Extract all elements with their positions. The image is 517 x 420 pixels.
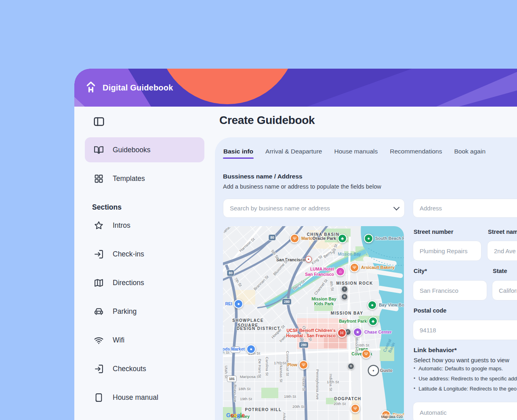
city-input[interactable] — [413, 287, 487, 294]
map-pin[interactable]: B — [348, 363, 356, 370]
app-window: Digital Guidebook Guidebooks — [74, 69, 517, 420]
google-logo: Google — [226, 412, 244, 418]
state-label: State — [493, 268, 507, 274]
sidebar-item-checkouts[interactable]: Checkouts — [85, 361, 204, 377]
poi-pin-icon: ● — [369, 366, 378, 375]
street-name-input[interactable] — [488, 248, 517, 254]
map-icon — [94, 278, 104, 288]
poi-pin-icon: H — [337, 328, 347, 338]
poi-label: REI — [225, 301, 232, 306]
map-pin[interactable]: ● oods Market — [246, 344, 256, 354]
link-behavior-option: Automatic: Defaults to google maps. — [414, 363, 517, 374]
sidebar-item-guidebooks[interactable]: Guidebooks — [85, 137, 204, 162]
tab-recommendations[interactable]: Recommendations — [390, 148, 442, 159]
sidebar-item-label: Guidebooks — [113, 146, 150, 154]
map-pin[interactable]: T — [341, 286, 350, 292]
business-subheading: Add a business name or address to popula… — [223, 183, 381, 190]
map-pin[interactable]: Ψ Arsicault Bakery — [350, 263, 395, 272]
poi-pin-icon: Ψ — [350, 263, 359, 272]
grid-icon — [94, 174, 104, 184]
sidebar-item-label: Templates — [113, 174, 145, 183]
link-behavior-label: Link behavior* — [414, 346, 457, 354]
postal-code-input[interactable] — [413, 327, 517, 334]
poi-label: South Beach Fis — [375, 236, 404, 241]
map-pin[interactable]: ★ Chase Center — [353, 328, 392, 337]
content-panel: Basic info Arrival & Deaparture House ma… — [215, 137, 517, 420]
sidebar-item-check-ins[interactable]: Check-ins — [85, 246, 204, 262]
highway-shield: 280 — [299, 342, 309, 348]
sidebar-item-house-manual[interactable]: House manual — [85, 389, 204, 405]
map-pin[interactable]: ♣ Bayfront Park — [368, 317, 378, 326]
poi-pin-icon: T — [341, 286, 348, 292]
map-pin[interactable]: ● Gusto — [369, 366, 392, 375]
business-search-select[interactable] — [223, 199, 405, 218]
poi-pin-icon: Ψ — [290, 234, 299, 243]
city-label: City* — [414, 268, 427, 274]
sidebar-item-label: Wifi — [113, 336, 124, 344]
poi-label: Arsicault Bakery — [361, 265, 395, 270]
sidebar-item-label: Intros — [113, 221, 130, 230]
wifi-icon — [94, 335, 104, 345]
app-title: Digital Guidebook — [103, 83, 173, 92]
sidebar-item-templates[interactable]: Templates — [85, 166, 204, 191]
map-pin[interactable]: Ψ — [351, 404, 362, 413]
tab-basic-info[interactable]: Basic info — [223, 148, 253, 159]
map-pin[interactable]: ● South Beach Fis — [364, 234, 404, 243]
poi-pin-icon: ● — [364, 234, 373, 243]
sidebar-item-intros[interactable]: Intros — [85, 217, 204, 233]
map-pin[interactable]: Ψ — [361, 349, 373, 359]
sidebar-item-directions[interactable]: Directions — [85, 275, 204, 291]
map-pin[interactable]: B — [341, 294, 350, 300]
map-pin[interactable]: ● REI — [234, 299, 243, 309]
poi-pin-icon: ⌂ — [336, 267, 345, 276]
poi-pin-icon: ● — [246, 344, 256, 354]
main-content: Create Guidebook Basic info Arrival & De… — [215, 107, 517, 420]
map-canvas[interactable]: CHINA BASINMISSION ROCKMISSION BAYSHOWPL… — [223, 226, 404, 420]
state-field[interactable] — [492, 280, 517, 300]
map-pin[interactable]: ⌂ LUMA Hotel San Francisco — [336, 267, 345, 276]
poi-pin-icon: ● — [368, 300, 377, 310]
map-pin[interactable]: ● Bay View Boat C — [368, 300, 404, 310]
sidebar-sections-heading: Sections — [92, 203, 215, 212]
link-behavior-description: Select how you want guests to view — [414, 357, 509, 363]
sidebar-item-parking[interactable]: Parking — [85, 303, 204, 319]
poi-pin-icon: ● — [305, 256, 312, 262]
address-input[interactable] — [413, 205, 517, 212]
poi-pin-icon: ● — [234, 299, 243, 309]
tab-house-manuals[interactable]: House manuals — [334, 148, 378, 159]
link-behavior-select[interactable] — [413, 402, 517, 420]
street-number-label: Street number — [414, 229, 453, 235]
star-icon — [94, 220, 104, 231]
city-field[interactable] — [413, 280, 487, 300]
link-behavior-input[interactable] — [413, 409, 517, 416]
street-number-field[interactable] — [413, 241, 481, 261]
business-heading: Bussiness name / Address — [223, 173, 303, 180]
notebook-icon — [94, 393, 104, 403]
log-in-icon — [94, 249, 104, 259]
address-field[interactable] — [413, 199, 517, 218]
poi-pin-icon: ♣ — [338, 234, 347, 243]
poi-pin-icon: ♣ — [368, 317, 378, 326]
map-pin[interactable]: H UCSF Benioff Children's Hospital - San… — [337, 328, 347, 338]
poi-label: Bay View Boat C — [379, 302, 404, 307]
poi-pin-icon: Ψ — [299, 360, 308, 370]
postal-code-field[interactable] — [413, 320, 517, 340]
tab-arrival-departure[interactable]: Arrival & Deaparture — [265, 148, 322, 159]
link-behavior-options-list: Automatic: Defaults to google maps.Use a… — [414, 363, 517, 394]
app-header: Digital Guidebook — [74, 69, 517, 107]
state-input[interactable] — [492, 287, 517, 294]
map-pin[interactable]: ♣ Oracle Park — [338, 234, 347, 243]
tab-book-again[interactable]: Book again — [454, 148, 485, 159]
map-pin[interactable]: Ψ Plow — [299, 360, 308, 370]
map-pin[interactable]: ● — [305, 256, 314, 262]
link-behavior-option: Latitude & Longitude: Redirects to the g… — [414, 384, 517, 394]
street-name-field[interactable] — [487, 241, 517, 261]
sidebar-item-label: Parking — [113, 307, 137, 316]
sidebar-item-wifi[interactable]: Wifi — [85, 332, 204, 348]
street-number-input[interactable] — [413, 248, 481, 254]
business-search-input[interactable] — [223, 205, 404, 212]
sidebar-collapse-icon[interactable] — [93, 116, 105, 128]
sidebar: Guidebooks Templates Sections — [74, 107, 215, 420]
sidebar-item-label: Check-ins — [113, 250, 144, 258]
poi-pin-icon: ★ — [353, 328, 362, 337]
